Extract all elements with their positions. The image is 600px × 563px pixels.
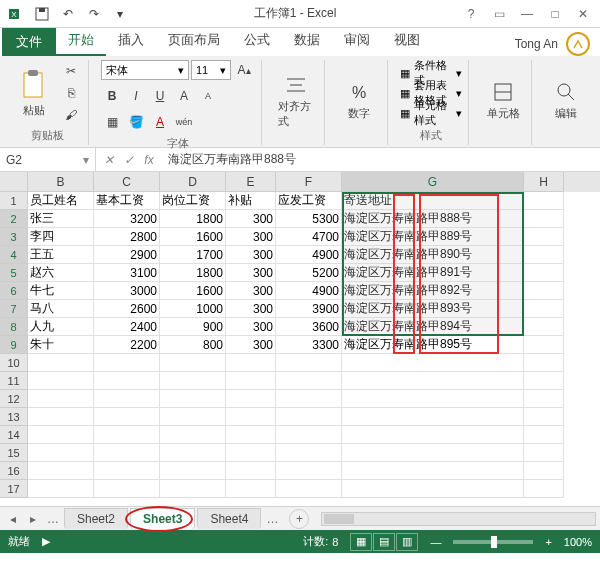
cell-G16[interactable] — [342, 462, 524, 480]
row-header-16[interactable]: 16 — [0, 462, 28, 480]
row-header-3[interactable]: 3 — [0, 228, 28, 246]
cell-D4[interactable]: 1700 — [160, 246, 226, 264]
cell-C11[interactable] — [94, 372, 160, 390]
cell-G5[interactable]: 海淀区万寿南路甲891号 — [342, 264, 524, 282]
sheet-nav-next[interactable]: ▸ — [24, 510, 42, 528]
cell-E9[interactable]: 300 — [226, 336, 276, 354]
cell-G14[interactable] — [342, 426, 524, 444]
cell-E1[interactable]: 补贴 — [226, 192, 276, 210]
cell-G9[interactable]: 海淀区万寿南路甲895号 — [342, 336, 524, 354]
cell-B10[interactable] — [28, 354, 94, 372]
view-tab[interactable]: 视图 — [382, 26, 432, 56]
cell-B14[interactable] — [28, 426, 94, 444]
user-avatar[interactable] — [566, 32, 590, 56]
font-name-select[interactable]: 宋体 ▾ — [101, 60, 189, 80]
cell-G13[interactable] — [342, 408, 524, 426]
cell-B3[interactable]: 李四 — [28, 228, 94, 246]
zoom-level[interactable]: 100% — [564, 536, 592, 548]
cell-F13[interactable] — [276, 408, 342, 426]
qat-dropdown-icon[interactable]: ▾ — [108, 3, 132, 25]
bold-button[interactable]: B — [101, 86, 123, 106]
review-tab[interactable]: 审阅 — [332, 26, 382, 56]
zoom-slider[interactable] — [453, 540, 533, 544]
cell-H15[interactable] — [524, 444, 564, 462]
cell-G2[interactable]: 海淀区万寿南路甲888号 — [342, 210, 524, 228]
cell-D13[interactable] — [160, 408, 226, 426]
increase-font-icon[interactable]: A▴ — [233, 60, 255, 80]
cell-G15[interactable] — [342, 444, 524, 462]
cell-C1[interactable]: 基本工资 — [94, 192, 160, 210]
enter-formula-icon[interactable]: ✓ — [120, 151, 138, 169]
cell-F6[interactable]: 4900 — [276, 282, 342, 300]
cell-D14[interactable] — [160, 426, 226, 444]
cell-C13[interactable] — [94, 408, 160, 426]
col-header-H[interactable]: H — [524, 172, 564, 192]
cell-B13[interactable] — [28, 408, 94, 426]
cells-button[interactable]: 单元格 — [481, 69, 525, 133]
format-painter-icon[interactable]: 🖌 — [60, 105, 82, 125]
cell-D8[interactable]: 900 — [160, 318, 226, 336]
redo-icon[interactable]: ↷ — [82, 3, 106, 25]
cell-D5[interactable]: 1800 — [160, 264, 226, 282]
cell-C2[interactable]: 3200 — [94, 210, 160, 228]
col-header-G[interactable]: G — [342, 172, 524, 192]
normal-view-icon[interactable]: ▦ — [350, 533, 372, 551]
cell-E10[interactable] — [226, 354, 276, 372]
cell-C8[interactable]: 2400 — [94, 318, 160, 336]
sheet-nav-prev[interactable]: ◂ — [4, 510, 22, 528]
cell-G7[interactable]: 海淀区万寿南路甲893号 — [342, 300, 524, 318]
cell-G6[interactable]: 海淀区万寿南路甲892号 — [342, 282, 524, 300]
page-layout-view-icon[interactable]: ▤ — [373, 533, 395, 551]
cell-D9[interactable]: 800 — [160, 336, 226, 354]
cell-H10[interactable] — [524, 354, 564, 372]
user-name[interactable]: Tong An — [515, 37, 558, 51]
italic-button[interactable]: I — [125, 86, 147, 106]
cell-E3[interactable]: 300 — [226, 228, 276, 246]
row-header-4[interactable]: 4 — [0, 246, 28, 264]
add-sheet-button[interactable]: + — [289, 509, 309, 529]
cell-B17[interactable] — [28, 480, 94, 498]
cell-E11[interactable] — [226, 372, 276, 390]
cell-E6[interactable]: 300 — [226, 282, 276, 300]
zoom-in-icon[interactable]: + — [545, 536, 551, 548]
font-size-select[interactable]: 11 ▾ — [191, 60, 231, 80]
cell-F17[interactable] — [276, 480, 342, 498]
row-header-6[interactable]: 6 — [0, 282, 28, 300]
cell-C4[interactable]: 2900 — [94, 246, 160, 264]
cell-E5[interactable]: 300 — [226, 264, 276, 282]
cell-C3[interactable]: 2800 — [94, 228, 160, 246]
phonetic-icon[interactable]: wén — [173, 112, 195, 132]
row-header-15[interactable]: 15 — [0, 444, 28, 462]
excel-icon[interactable]: X — [4, 3, 28, 25]
cell-F14[interactable] — [276, 426, 342, 444]
cancel-formula-icon[interactable]: ✕ — [100, 151, 118, 169]
cell-F2[interactable]: 5300 — [276, 210, 342, 228]
row-header-10[interactable]: 10 — [0, 354, 28, 372]
cell-G4[interactable]: 海淀区万寿南路甲890号 — [342, 246, 524, 264]
minimize-icon[interactable]: — — [514, 3, 540, 25]
cell-E12[interactable] — [226, 390, 276, 408]
help-icon[interactable]: ? — [458, 3, 484, 25]
font-size-a-small[interactable]: A — [197, 86, 219, 106]
underline-button[interactable]: U — [149, 86, 171, 106]
row-header-11[interactable]: 11 — [0, 372, 28, 390]
cell-E16[interactable] — [226, 462, 276, 480]
paste-button[interactable]: 粘贴 — [12, 61, 56, 125]
sheet-tab-4[interactable]: Sheet4 — [197, 508, 261, 529]
cell-D10[interactable] — [160, 354, 226, 372]
editing-button[interactable]: 编辑 — [544, 69, 588, 133]
cell-D11[interactable] — [160, 372, 226, 390]
cell-F10[interactable] — [276, 354, 342, 372]
cell-D12[interactable] — [160, 390, 226, 408]
col-header-D[interactable]: D — [160, 172, 226, 192]
cell-F12[interactable] — [276, 390, 342, 408]
cell-H13[interactable] — [524, 408, 564, 426]
cell-D15[interactable] — [160, 444, 226, 462]
cell-B12[interactable] — [28, 390, 94, 408]
cell-D16[interactable] — [160, 462, 226, 480]
row-header-2[interactable]: 2 — [0, 210, 28, 228]
number-format-button[interactable]: % 数字 — [337, 69, 381, 133]
close-icon[interactable]: ✕ — [570, 3, 596, 25]
sheet-nav-more-2[interactable]: … — [263, 510, 281, 528]
cell-D7[interactable]: 1000 — [160, 300, 226, 318]
